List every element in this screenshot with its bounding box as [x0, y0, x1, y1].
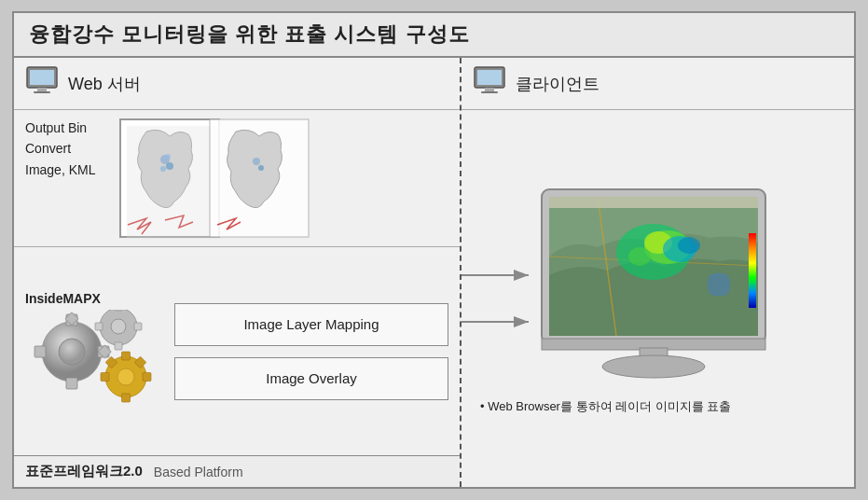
svg-rect-56: [549, 197, 758, 208]
output-bin-line1: Output Bin: [25, 118, 109, 138]
svg-rect-26: [115, 342, 122, 350]
client-icon: [473, 65, 506, 102]
description-text: • Web Browser를 통하여 레이더 이미지를 표출: [471, 398, 731, 415]
svg-point-60: [602, 355, 705, 378]
svg-rect-28: [134, 323, 142, 330]
svg-rect-25: [115, 310, 122, 311]
output-bin-line3: Image, KML: [25, 160, 109, 180]
map-images-container: [118, 118, 310, 239]
svg-rect-57: [749, 233, 756, 308]
right-content: • Web Browser를 통하여 레이더 이미지를 표출: [462, 110, 854, 487]
output-bin-labels: Output Bin Convert Image, KML: [25, 118, 109, 180]
svg-rect-33: [101, 372, 109, 381]
svg-rect-32: [122, 394, 131, 402]
svg-point-16: [59, 339, 85, 365]
insidemapx-label: InsideMAPX: [25, 291, 101, 306]
svg-rect-1: [30, 70, 54, 85]
svg-point-24: [111, 319, 126, 334]
svg-point-13: [253, 158, 260, 165]
svg-point-54: [678, 237, 700, 254]
server-icon: [25, 65, 59, 102]
image-overlay-box: Image Overlay: [174, 357, 448, 400]
monitor-svg: [523, 182, 793, 387]
framework-label: 표준프레임워크2.0: [25, 463, 143, 480]
client-label: 클라이언트: [516, 73, 599, 95]
content-area: Web 서버 Output Bin Convert Image, KML: [14, 58, 854, 487]
map-image-1: [118, 118, 221, 239]
svg-rect-34: [143, 372, 151, 381]
client-header: 클라이언트: [462, 58, 854, 110]
svg-point-14: [258, 165, 264, 171]
insidemapx-right: Image Layer Mapping Image Overlay: [174, 303, 448, 400]
svg-point-30: [117, 368, 134, 385]
svg-rect-40: [481, 91, 498, 93]
insidemapx-section: InsideMAPX: [14, 247, 460, 455]
image-layer-mapping-box: Image Layer Mapping: [174, 303, 448, 346]
gear-icon: [25, 310, 165, 412]
main-diagram: 융합강수 모니터링을 위한 표출 시스템 구성도 Web 서버: [12, 11, 856, 489]
svg-rect-27: [95, 323, 103, 330]
svg-rect-19: [34, 346, 46, 357]
server-label: Web 서버: [68, 73, 141, 95]
svg-rect-18: [66, 378, 77, 389]
right-panel-client: 클라이언트: [462, 58, 854, 487]
svg-rect-39: [485, 88, 494, 91]
framework-sublabel: Based Platform: [154, 465, 243, 479]
left-panel-web-server: Web 서버 Output Bin Convert Image, KML: [14, 58, 462, 487]
svg-point-55: [628, 247, 651, 266]
svg-rect-38: [477, 70, 502, 85]
framework-bar: 표준프레임워크2.0 Based Platform: [14, 455, 460, 487]
server-header: Web 서버: [14, 58, 460, 110]
insidemapx-left: InsideMAPX: [25, 291, 165, 412]
output-bin-line2: Convert: [25, 138, 109, 159]
output-bin-section: Output Bin Convert Image, KML: [14, 110, 460, 247]
svg-rect-2: [37, 88, 47, 91]
monitor-container: [523, 182, 793, 391]
diagram-title: 융합강수 모니터링을 위한 표출 시스템 구성도: [14, 13, 854, 58]
svg-rect-3: [34, 91, 50, 93]
svg-rect-31: [122, 352, 131, 360]
svg-rect-11: [127, 126, 221, 239]
map-image-2: [208, 118, 310, 239]
